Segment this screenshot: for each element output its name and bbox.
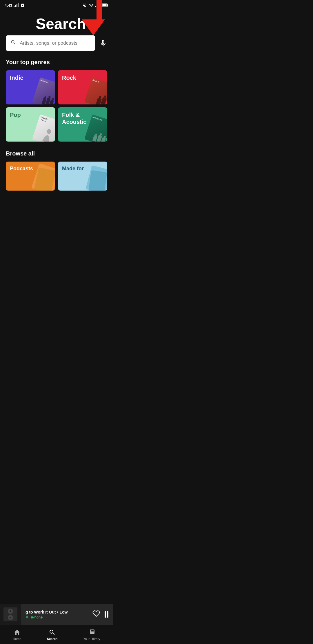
genre-card-folk[interactable]: Folk &Acoustic Infinite Ac <box>58 107 107 142</box>
svg-marker-6 <box>82 19 105 35</box>
genre-grid: Indie Ultimate I <box>6 70 107 142</box>
folk-album-art: Infinite Ac <box>84 114 107 142</box>
browse-label-made-for: Made for <box>62 166 84 171</box>
browse-card-made-for[interactable]: Made for <box>58 162 107 191</box>
rock-album-art: Rock T <box>84 77 107 104</box>
svg-rect-4 <box>108 4 108 6</box>
top-genres-label: Your top genres <box>6 59 107 66</box>
pop-album-art: Today'sTop H <box>32 114 55 142</box>
svg-point-7 <box>46 129 52 134</box>
red-arrow-indicator <box>82 0 105 35</box>
browse-grid: Podcasts Made for <box>6 162 107 191</box>
search-icon <box>10 39 16 47</box>
main-content: Search Your top genres Indie <box>0 9 113 237</box>
mic-button[interactable] <box>99 39 107 47</box>
title-area: Search <box>6 15 107 32</box>
genre-card-indie[interactable]: Indie Ultimate I <box>6 70 55 104</box>
genre-label-pop: Pop <box>10 111 21 118</box>
time: 4:43 <box>5 3 12 8</box>
status-left: 4:43 <box>5 3 25 8</box>
genre-label-folk: Folk &Acoustic <box>62 111 86 125</box>
search-input[interactable] <box>20 40 90 46</box>
genre-card-rock[interactable]: Rock Rock T <box>58 70 107 104</box>
browse-card-podcasts[interactable]: Podcasts <box>6 162 55 191</box>
mic-icon <box>99 39 107 47</box>
browse-all-label: Browse all <box>6 150 107 157</box>
svg-rect-1 <box>22 5 23 6</box>
indie-album-art: Ultimate I <box>32 77 55 104</box>
search-row <box>6 35 107 51</box>
genre-label-rock: Rock <box>62 74 76 81</box>
search-input-box[interactable] <box>6 35 95 51</box>
genre-card-pop[interactable]: Pop Today'sTop H <box>6 107 55 142</box>
notification-icon <box>20 3 25 8</box>
signal-bars <box>14 3 19 7</box>
genre-label-indie: Indie <box>10 74 23 81</box>
browse-label-podcasts: Podcasts <box>10 166 33 171</box>
